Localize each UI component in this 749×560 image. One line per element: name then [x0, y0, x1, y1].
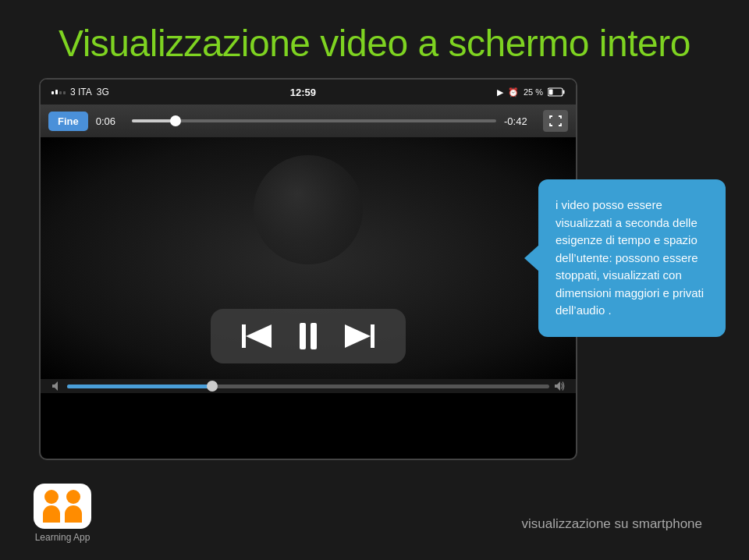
iphone-mockup: 3 ITA 3G 12:59 ▶ ⏰ 25 % Fine 0:06	[39, 78, 577, 515]
current-time-label: 0:06	[96, 115, 124, 127]
volume-track[interactable]	[67, 385, 549, 388]
svg-rect-3	[242, 324, 246, 348]
svg-rect-1	[563, 90, 564, 94]
svg-marker-7	[52, 381, 58, 391]
learning-app-logo: Learning App	[12, 474, 113, 552]
status-time: 12:59	[290, 87, 316, 98]
video-controls-bar: Fine 0:06 -0:42	[41, 105, 576, 137]
volume-fill	[67, 385, 211, 388]
skip-back-button[interactable]	[242, 324, 272, 348]
signal-bar-4	[63, 91, 66, 94]
status-left: 3 ITA 3G	[51, 87, 109, 97]
fullscreen-icon	[548, 115, 563, 127]
logo-background	[34, 484, 91, 529]
logo-body-2	[65, 505, 82, 523]
fullscreen-button[interactable]	[543, 110, 568, 132]
signal-bar-1	[51, 91, 54, 94]
logo-person-2	[65, 490, 82, 523]
learning-app-label: Learning App	[35, 532, 91, 543]
signal-bar-2	[55, 90, 58, 94]
carrier-label: 3 ITA	[70, 87, 92, 97]
pause-bar-left	[300, 323, 306, 349]
svg-marker-6	[345, 324, 371, 348]
page-title: Visualizzazione video a schermo intero	[0, 0, 749, 80]
skip-forward-button[interactable]	[345, 324, 374, 348]
svg-marker-8	[555, 381, 560, 391]
svg-rect-2	[548, 90, 552, 95]
bottom-caption: visualizzazione su smartphone	[521, 516, 702, 532]
alarm-icon: ⏰	[508, 87, 519, 97]
iphone-frame: 3 ITA 3G 12:59 ▶ ⏰ 25 % Fine 0:06	[39, 78, 577, 460]
signal-bar-3	[59, 91, 62, 94]
logo-head-2	[66, 490, 80, 504]
pause-bar-right	[311, 323, 317, 349]
logo-person-1	[43, 490, 60, 523]
playback-controls	[211, 309, 406, 363]
svg-rect-5	[371, 324, 374, 348]
network-label: 3G	[97, 87, 109, 97]
video-content	[41, 137, 576, 379]
progress-thumb[interactable]	[170, 115, 181, 126]
svg-marker-4	[246, 324, 272, 348]
battery-label: 25 %	[524, 87, 543, 97]
video-figure	[254, 155, 363, 264]
info-box: i video posso essere visualizzati a seco…	[538, 179, 726, 337]
logo-body-1	[43, 505, 60, 523]
video-progress-bar[interactable]	[132, 119, 496, 122]
skip-back-icon	[242, 324, 272, 348]
volume-max-icon	[554, 381, 565, 392]
time-remaining-label: -0:42	[504, 115, 535, 127]
skip-forward-icon	[345, 324, 374, 348]
battery-icon	[548, 87, 565, 97]
signal-bars	[51, 90, 66, 94]
fine-button[interactable]: Fine	[48, 112, 88, 131]
logo-icons	[43, 490, 82, 523]
status-right: ▶ ⏰ 25 %	[497, 87, 565, 97]
status-bar: 3 ITA 3G 12:59 ▶ ⏰ 25 %	[41, 80, 576, 105]
play-icon: ▶	[497, 87, 503, 97]
info-box-text: i video posso essere visualizzati a seco…	[556, 197, 710, 320]
volume-min-icon	[51, 381, 62, 392]
logo-head-1	[44, 490, 59, 504]
progress-fill	[132, 119, 176, 122]
volume-bar-container	[41, 379, 576, 393]
volume-thumb[interactable]	[207, 381, 218, 392]
pause-button[interactable]	[300, 323, 317, 349]
